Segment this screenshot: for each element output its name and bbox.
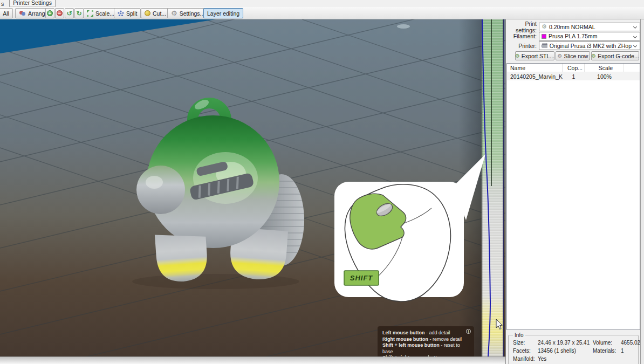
scale-button[interactable]: Scale... bbox=[83, 8, 118, 18]
menu-tab-bar: s Printer Settings bbox=[0, 0, 644, 7]
table-row[interactable]: 20140205_Marvin_Ke... 1 100% bbox=[507, 72, 640, 80]
printer-row: Printer: Original Prusa i3 MK2 with ZHop bbox=[508, 41, 640, 50]
object-settings-button[interactable]: ⚙ Settings... bbox=[167, 8, 208, 18]
volume-label: Volume: bbox=[593, 340, 621, 346]
info-groupbox: Info Size: 24.46 x 19.37 x 25.41 Volume:… bbox=[508, 335, 639, 364]
rotate-cw-icon: ↻ bbox=[76, 10, 81, 17]
manifold-value: Yes bbox=[538, 356, 593, 362]
size-value: 24.46 x 19.37 x 25.41 bbox=[538, 340, 593, 346]
delete-all-button[interactable]: All bbox=[0, 8, 13, 18]
printer-dropdown[interactable]: Original Prusa i3 MK2 with ZHop bbox=[539, 42, 640, 50]
layer-editing-toggle[interactable]: Layer editing bbox=[203, 8, 243, 18]
model-shadow bbox=[132, 274, 299, 289]
object-table-header: Name Cop... Scale bbox=[507, 64, 640, 72]
printer-value: Original Prusa i3 MK2 with ZHop bbox=[550, 43, 632, 49]
column-header-name[interactable]: Name bbox=[507, 64, 563, 72]
remove-object-button[interactable]: − bbox=[55, 8, 64, 18]
rotate-cw-button[interactable]: ↻ bbox=[74, 8, 84, 18]
filament-label: Filament: bbox=[508, 33, 539, 39]
gear-icon: ⚙ bbox=[558, 53, 563, 59]
filament-row: Filament: Prusa PLA 1.75mm bbox=[508, 32, 640, 41]
add-icon: + bbox=[47, 10, 53, 16]
chevron-down-icon bbox=[633, 34, 637, 38]
gear-icon: ⚙ bbox=[591, 53, 596, 59]
cut-icon bbox=[145, 10, 150, 16]
tab-printer-settings[interactable]: Printer Settings bbox=[9, 0, 56, 7]
facets-value: 13456 (1 shells) bbox=[538, 348, 593, 354]
slicer-app-window: { "menubar": { "partial": "s", "tab": "P… bbox=[0, 0, 644, 364]
export-stl-button[interactable]: ⚙Export STL... bbox=[515, 51, 554, 60]
scale-icon bbox=[87, 10, 93, 17]
volume-value: 4655.02 bbox=[621, 340, 640, 346]
layer-editing-bar[interactable] bbox=[482, 19, 504, 356]
gear-icon: ⚙ bbox=[542, 23, 547, 30]
viewport-3d[interactable]: SHIFT i Left mouse button - add detail R… bbox=[0, 19, 505, 356]
tooltip-line: Left mouse button - add detail bbox=[382, 330, 469, 336]
remove-icon: − bbox=[57, 10, 63, 16]
rotate-ccw-icon: ↺ bbox=[66, 10, 72, 17]
tooltip-line: Shift + left mouse button - reset to bas… bbox=[382, 342, 469, 355]
manifold-label: Manifold: bbox=[513, 356, 538, 362]
object-scale-cell: 100% bbox=[585, 73, 624, 80]
shift-key-label: SHIFT bbox=[350, 274, 373, 282]
bed-highlight bbox=[397, 24, 410, 29]
main-toolbar: All Arrange + − ↺ ↻ Scale... Split Cut..… bbox=[0, 7, 644, 19]
filament-value: Prusa PLA 1.75mm bbox=[549, 33, 597, 39]
info-grid: Size: 24.46 x 19.37 x 25.41 Volume: 4655… bbox=[509, 335, 638, 362]
gear-icon: ⚙ bbox=[515, 53, 520, 59]
size-label: Size: bbox=[513, 340, 538, 346]
panel-right-edge bbox=[640, 19, 644, 364]
print-settings-row: Print settings: ⚙ 0.20mm NORMAL bbox=[508, 22, 640, 31]
arrange-icon bbox=[19, 10, 26, 16]
split-button[interactable]: Split bbox=[114, 8, 141, 18]
object-name-cell: 20140205_Marvin_Ke... bbox=[507, 73, 563, 80]
print-settings-dropdown[interactable]: ⚙ 0.20mm NORMAL bbox=[539, 23, 640, 31]
right-settings-panel: Print settings: ⚙ 0.20mm NORMAL Filament… bbox=[505, 19, 644, 364]
split-icon bbox=[118, 10, 124, 17]
column-header-copies[interactable]: Cop... bbox=[563, 64, 585, 72]
gear-icon: ⚙ bbox=[171, 9, 177, 17]
viewport-3d-scene[interactable]: SHIFT bbox=[0, 19, 505, 356]
rotate-ccw-button[interactable]: ↺ bbox=[65, 8, 74, 18]
model-ear-bump bbox=[136, 166, 185, 214]
tooltip-line: Right mouse button - remove detail bbox=[382, 336, 469, 343]
object-copies-cell: 1 bbox=[563, 73, 585, 80]
filament-dropdown[interactable]: Prusa PLA 1.75mm bbox=[539, 32, 640, 40]
chevron-down-icon bbox=[633, 44, 637, 47]
filament-color-swatch bbox=[542, 34, 546, 39]
print-settings-value: 0.20mm NORMAL bbox=[549, 24, 595, 30]
export-gcode-button[interactable]: ⚙Export G-code... bbox=[591, 51, 639, 60]
chevron-down-icon bbox=[633, 25, 637, 29]
facets-label: Facets: bbox=[513, 348, 538, 354]
printer-label: Printer: bbox=[508, 43, 539, 49]
window-bottom-edge bbox=[0, 356, 505, 364]
action-buttons-row: ⚙Export STL... ⚙Slice now ⚙Export G-code… bbox=[515, 51, 639, 60]
materials-label: Materials: bbox=[593, 348, 621, 354]
info-icon: i bbox=[466, 329, 471, 334]
cut-button[interactable]: Cut... bbox=[141, 8, 170, 18]
materials-value: 1 bbox=[621, 348, 640, 354]
column-header-scale[interactable]: Scale bbox=[585, 64, 624, 72]
object-list-table[interactable]: Name Cop... Scale 20140205_Marvin_Ke... … bbox=[506, 63, 640, 330]
slice-now-button[interactable]: ⚙Slice now bbox=[556, 51, 590, 60]
add-object-button[interactable]: + bbox=[45, 8, 54, 18]
tab-partial[interactable]: s bbox=[1, 1, 4, 7]
info-title: Info bbox=[513, 332, 525, 338]
printer-icon bbox=[542, 43, 547, 48]
